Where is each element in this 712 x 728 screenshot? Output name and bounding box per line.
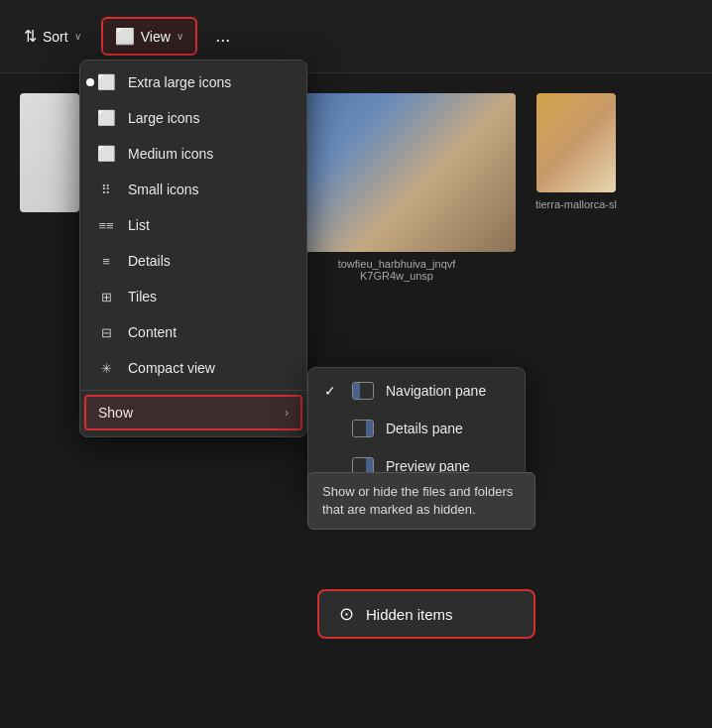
sort-icon: ⇅: [24, 27, 37, 46]
show-chevron-icon: ›: [285, 406, 289, 420]
menu-item-list[interactable]: ≡≡ List: [80, 207, 306, 243]
menu-item-compact-view[interactable]: ✳ Compact view: [80, 350, 306, 386]
menu-item-details[interactable]: ≡ Details: [80, 243, 306, 279]
view-label: View: [141, 29, 171, 45]
small-icons-icon: ⠿: [96, 180, 116, 199]
hidden-items-button[interactable]: ⊙ Hidden items: [317, 589, 535, 639]
large-icons-label: Large icons: [128, 110, 199, 126]
show-label: Show: [98, 405, 133, 421]
medium-icons-icon: ⬜: [96, 144, 116, 164]
medium-icons-label: Medium icons: [128, 146, 213, 162]
file-thumb-right[interactable]: tierra-mallorca-sl: [535, 93, 617, 210]
navigation-pane-label: Navigation pane: [386, 383, 486, 399]
menu-item-small-icons[interactable]: ⠿ Small icons: [80, 172, 306, 207]
file-thumb-left[interactable]: [20, 93, 79, 218]
file-image-coins: [278, 93, 516, 252]
eye-icon: ⊙: [339, 603, 354, 625]
submenu-item-navigation-pane[interactable]: ✓ Navigation pane: [308, 372, 525, 410]
menu-item-tiles[interactable]: ⊞ Tiles: [80, 279, 306, 314]
tiles-icon: ⊞: [96, 287, 116, 306]
menu-item-large-icons[interactable]: ⬜ Large icons: [80, 100, 306, 136]
list-icon: ≡≡: [96, 215, 116, 235]
menu-item-medium-icons[interactable]: ⬜ Medium icons: [80, 136, 306, 172]
file-image-left: [20, 93, 79, 212]
details-pane-icon: [352, 420, 374, 437]
view-button[interactable]: ⬜ View ∨: [101, 17, 197, 56]
hidden-items-tooltip: Show or hide the files and folders that …: [307, 472, 535, 530]
menu-item-show[interactable]: Show ›: [84, 395, 302, 430]
content-icon: ⊟: [96, 322, 116, 342]
view-chevron: ∨: [177, 31, 183, 42]
active-dot: [86, 78, 94, 86]
more-icon: ...: [215, 26, 230, 47]
large-icons-icon: ⬜: [96, 108, 116, 128]
view-dropdown-menu: ⬜ Extra large icons ⬜ Large icons ⬜ Medi…: [79, 60, 307, 437]
content-label: Content: [128, 324, 177, 340]
file-thumb-coins[interactable]: towfieu_harbhuiva_jnqvfK7GR4w_unsp: [278, 93, 516, 282]
list-label: List: [128, 217, 150, 233]
navigation-pane-icon: [352, 382, 374, 400]
small-icons-label: Small icons: [128, 182, 199, 197]
hidden-items-label: Hidden items: [366, 606, 453, 623]
tooltip-text: Show or hide the files and folders that …: [322, 484, 513, 517]
extra-large-icons-icon: ⬜: [96, 72, 116, 92]
view-icon: ⬜: [115, 27, 135, 46]
details-pane-label: Details pane: [386, 421, 463, 436]
file-label-coins: towfieu_harbhuiva_jnqvfK7GR4w_unsp: [337, 258, 456, 282]
menu-item-content[interactable]: ⊟ Content: [80, 314, 306, 350]
menu-item-extra-large-icons[interactable]: ⬜ Extra large icons: [80, 64, 306, 100]
sort-button[interactable]: ⇅ Sort ∨: [12, 19, 93, 54]
more-button[interactable]: ...: [205, 19, 241, 55]
compact-view-label: Compact view: [128, 360, 215, 376]
sort-chevron: ∨: [74, 31, 81, 42]
extra-large-icons-label: Extra large icons: [128, 74, 231, 90]
file-label-right: tierra-mallorca-sl: [535, 198, 617, 210]
file-image-right: [536, 93, 616, 192]
sort-label: Sort: [43, 29, 68, 45]
navigation-pane-check: ✓: [324, 383, 340, 399]
compact-view-icon: ✳: [96, 358, 116, 378]
menu-separator: [80, 390, 306, 391]
tiles-label: Tiles: [128, 289, 157, 304]
details-label: Details: [128, 253, 171, 269]
details-icon: ≡: [96, 251, 116, 271]
submenu-item-details-pane[interactable]: Details pane: [308, 410, 525, 447]
